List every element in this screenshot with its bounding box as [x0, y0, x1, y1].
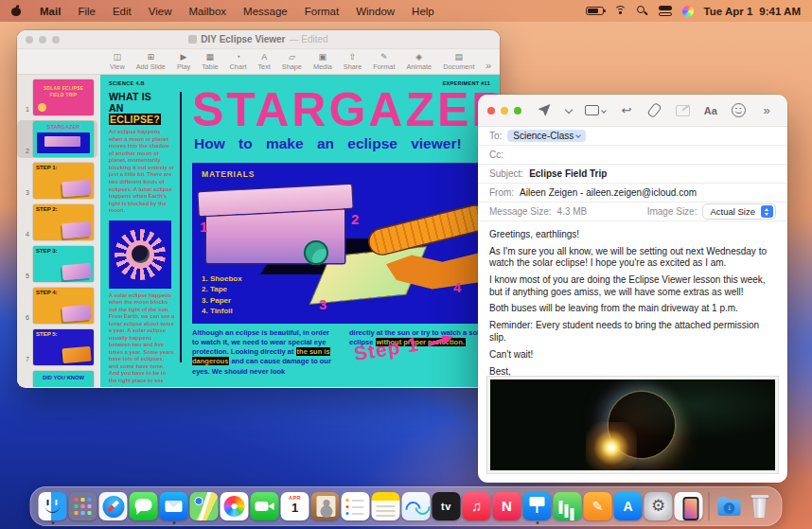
dock-calendar-icon[interactable]: APR 1: [280, 488, 310, 524]
menu-item[interactable]: Format: [296, 6, 347, 17]
zoom-button[interactable]: [52, 36, 60, 44]
emoji-icon[interactable]: [731, 103, 746, 118]
dock-keynote-icon[interactable]: [522, 488, 553, 524]
menu-item[interactable]: Mail: [31, 6, 69, 17]
slide-canvas[interactable]: SCIENCE 4.B EXPERIMENT #11 WHAT IS AN EC…: [100, 75, 500, 387]
chevron-down-icon[interactable]: [565, 103, 573, 118]
dock-finder-icon[interactable]: [38, 488, 68, 524]
menu-item[interactable]: Message: [235, 6, 296, 17]
slide-thumbnail[interactable]: 6 STEP 4:: [17, 287, 97, 325]
slide-thumbnail[interactable]: 2 STARGAZER: [17, 120, 97, 158]
send-icon[interactable]: [537, 103, 552, 118]
minimize-button[interactable]: [39, 36, 46, 44]
slide-thumbnail[interactable]: 5 STEP 3:: [17, 245, 97, 283]
menu-bar: Mail File Edit View Mailbox Message Form…: [0, 0, 812, 22]
slide-thumbnail[interactable]: 1 SOLAR ECLIPSE FIELD TRIP: [17, 79, 97, 116]
dock-numbers-icon[interactable]: [553, 488, 583, 524]
header-fields-icon[interactable]: [585, 103, 606, 118]
materials-list: 1. Shoebox2. Tape3. Paper4. Tinfoil: [202, 273, 242, 317]
slide-paragraph-1: An eclipse happens when a moon or planet…: [109, 129, 175, 214]
slide-thumbnail[interactable]: 7 STEP 5:: [17, 328, 97, 366]
image-size-select[interactable]: Actual Size: [702, 203, 776, 220]
dock-downloads-icon[interactable]: [715, 488, 745, 524]
slide-left-column: WHAT IS AN ECLIPSE? An eclipse happens w…: [109, 92, 175, 387]
dock-photos-icon[interactable]: [220, 488, 250, 524]
eclipse-core-icon: [132, 245, 150, 263]
menu-item[interactable]: File: [69, 6, 104, 17]
toolbar-button[interactable]: ◫ View: [104, 53, 131, 70]
subject-field[interactable]: Subject: Eclipse Field Trip: [478, 165, 787, 184]
toolbar-overflow-icon[interactable]: »: [485, 60, 491, 71]
dock-maps-icon[interactable]: [189, 488, 220, 524]
toolbar-button[interactable]: ✎ Format: [367, 53, 400, 70]
search-icon[interactable]: [637, 6, 648, 17]
mail-compose-window: Aa » To: Science-Class Cc:: [478, 95, 787, 483]
dock-pages-icon[interactable]: [583, 488, 613, 524]
battery-icon[interactable]: [586, 7, 604, 15]
dock-trash-icon[interactable]: [745, 488, 775, 524]
dock-divider: [709, 492, 710, 520]
menu-item[interactable]: Edit: [104, 6, 140, 17]
toolbar-button[interactable]: ▱ Shape: [276, 53, 308, 70]
markup-icon[interactable]: [675, 103, 690, 118]
toolbar-button[interactable]: ▤ Document: [437, 53, 480, 70]
menu-item[interactable]: View: [140, 6, 181, 17]
menu-item[interactable]: Window: [347, 6, 403, 17]
dock-iphone-mirroring-icon[interactable]: [674, 488, 704, 524]
dock-notes-icon[interactable]: [371, 488, 401, 524]
apple-menu-icon[interactable]: [11, 5, 22, 17]
attachment-eclipse-photo[interactable]: [487, 377, 778, 473]
menu-item[interactable]: Help: [403, 6, 443, 17]
dock-contacts-icon[interactable]: [310, 488, 341, 524]
slide-thumbnail[interactable]: 3 STEP 1:: [17, 162, 97, 200]
toolbar-button[interactable]: ▣ Media: [308, 53, 338, 70]
close-button[interactable]: [487, 107, 495, 115]
dock-mail-icon[interactable]: [159, 488, 189, 524]
toolbar-button[interactable]: ▦ Table: [196, 53, 223, 70]
text-icon: A: [261, 53, 267, 62]
dock-messages-icon[interactable]: [129, 488, 159, 524]
from-field[interactable]: From: Aileen Zeigen - aileen.zeigen@iclo…: [478, 184, 787, 203]
wifi-icon[interactable]: [614, 6, 627, 16]
menu-item[interactable]: Mailbox: [180, 6, 235, 17]
toolbar-button[interactable]: ▶ Play: [171, 53, 196, 70]
control-center-icon[interactable]: [659, 6, 672, 16]
menu-bar-clock[interactable]: 9:41 AM: [759, 6, 801, 17]
menu-bar-date[interactable]: Tue Apr 1: [704, 6, 753, 17]
toolbar-button[interactable]: A Text: [252, 53, 275, 70]
cc-field[interactable]: Cc:: [478, 146, 787, 165]
keynote-title-bar: DIY Eclipse Viewer — Edited: [17, 30, 500, 49]
materials-title: MATERIALS: [202, 169, 255, 179]
dock-freeform-icon[interactable]: [401, 488, 432, 524]
minimize-button[interactable]: [501, 107, 508, 115]
undo-icon[interactable]: [619, 103, 634, 118]
toolbar-button[interactable]: ◈ Animate: [400, 53, 437, 70]
dock-safari-icon[interactable]: [98, 488, 129, 524]
format-icon[interactable]: Aa: [703, 103, 718, 118]
dock-news-icon[interactable]: N: [492, 488, 522, 524]
dock-facetime-icon[interactable]: [250, 488, 280, 524]
menu-items: Mail File Edit View Mailbox Message Form…: [31, 6, 443, 17]
close-button[interactable]: [26, 36, 33, 44]
dock-appstore-icon[interactable]: A: [613, 488, 644, 524]
toolbar-button[interactable]: ⇧ Share: [338, 53, 367, 70]
dock-music-icon[interactable]: [462, 488, 492, 524]
dock-settings-icon[interactable]: [644, 488, 674, 524]
message-body[interactable]: Greetings, earthlings!As I'm sure you al…: [478, 221, 787, 377]
dock: APR 1: [30, 486, 783, 526]
toolbar-button[interactable]: ⊞ Add Slide: [131, 53, 171, 70]
slide-thumbnail[interactable]: 8 DID YOU KNOW: [17, 370, 97, 387]
toolbar-button[interactable]: ◔ Chart: [224, 53, 253, 70]
color-wheel-icon[interactable]: [682, 6, 694, 17]
overflow-icon[interactable]: »: [759, 103, 774, 118]
attach-icon[interactable]: [647, 103, 662, 118]
zoom-button[interactable]: [514, 107, 521, 115]
to-field[interactable]: To: Science-Class: [478, 127, 787, 146]
recipient-token[interactable]: Science-Class: [507, 130, 586, 142]
keynote-window: DIY Eclipse Viewer — Edited ◫ View ⊞ Add…: [17, 30, 500, 388]
dock-appletv-icon[interactable]: tv: [432, 488, 462, 524]
dock-reminders-icon[interactable]: [341, 488, 371, 524]
dock-launchpad-icon[interactable]: [68, 488, 98, 524]
message-paragraph: Best, Mrs. Zeigen: [489, 366, 776, 377]
slide-thumbnail[interactable]: 4 STEP 2:: [17, 203, 97, 241]
